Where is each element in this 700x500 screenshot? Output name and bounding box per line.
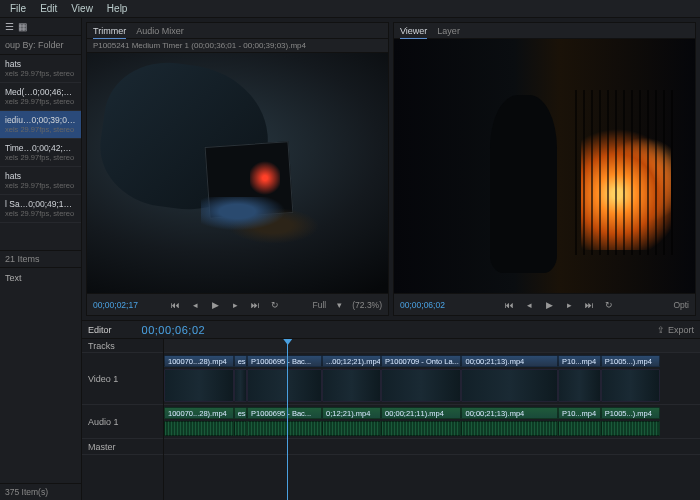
next-frame-icon[interactable]: ▸ <box>562 298 576 312</box>
tab-trimmer[interactable]: Trimmer <box>93 26 126 39</box>
export-label: Export <box>668 325 694 335</box>
clip-waveform[interactable] <box>234 421 247 436</box>
skip-fwd-icon[interactable]: ⏭ <box>582 298 596 312</box>
play-icon[interactable]: ▶ <box>542 298 556 312</box>
export-button[interactable]: ⇪ Export <box>657 325 694 335</box>
media-item-name: hats <box>5 171 76 181</box>
timeline-clip[interactable]: 00;00;21;13).mp4 <box>461 355 557 367</box>
clip-thumbnail[interactable] <box>558 369 601 402</box>
media-count: 21 Items <box>0 250 81 267</box>
media-item[interactable]: hatsxels 29.97fps, stereo at 48000Hz <box>0 167 81 195</box>
timeline-clip[interactable]: P10...mp4 <box>558 355 601 367</box>
clip-thumbnail[interactable] <box>164 369 234 402</box>
timeline-clip[interactable]: ...00;12;21).mp4 <box>322 355 381 367</box>
menu-bar: File Edit View Help <box>0 0 700 18</box>
clip-waveform[interactable] <box>164 421 234 436</box>
clip-waveform[interactable] <box>601 421 660 436</box>
timeline-clip[interactable]: 100070...28).mp4 <box>164 355 234 367</box>
clip-thumbnail[interactable] <box>381 369 461 402</box>
trimmer-timecode: 00;00;02;17 <box>93 300 138 310</box>
list-view-icon[interactable]: ☰ <box>5 21 14 32</box>
trimmer-preview[interactable] <box>87 53 388 293</box>
timeline-clip[interactable]: P1000709 - Onto La... <box>381 355 461 367</box>
clip-waveform[interactable] <box>381 421 461 436</box>
text-panel-header[interactable]: Text <box>0 267 81 288</box>
clip-waveform[interactable] <box>247 421 322 436</box>
clip-thumbnail[interactable] <box>601 369 660 402</box>
timeline[interactable]: 100070...28).mp4esP1000695 - Bac......00… <box>164 339 700 500</box>
footer-item-count: 375 Item(s) <box>0 483 81 500</box>
media-item[interactable]: Med(…0;00;46;02).mp4xels 29.97fps, stere… <box>0 83 81 111</box>
trimmer-panel: Trimmer Audio Mixer P1005241 Medium Time… <box>86 22 389 316</box>
master-track-label[interactable]: Master <box>88 439 116 455</box>
menu-help[interactable]: Help <box>107 3 128 14</box>
media-item-name: Time…0;00;42;08).mp4 <box>5 143 76 153</box>
prev-frame-icon[interactable]: ◂ <box>522 298 536 312</box>
master-track[interactable] <box>164 439 700 455</box>
loop-icon[interactable]: ↻ <box>602 298 616 312</box>
play-icon[interactable]: ▶ <box>208 298 222 312</box>
viewer-preview[interactable] <box>394 39 695 293</box>
media-item[interactable]: iediu…0;00;39;03).mp4xels 29.97fps, ster… <box>0 111 81 139</box>
timeline-clip[interactable]: 00;00;21;11).mp4 <box>381 407 461 419</box>
clip-waveform[interactable] <box>558 421 601 436</box>
skip-back-icon[interactable]: ⏮ <box>502 298 516 312</box>
timeline-clip[interactable]: P10...mp4 <box>558 407 601 419</box>
trimmer-clip-title: P1005241 Medium Timer 1 (00;00;36;01 - 0… <box>87 39 388 53</box>
clip-thumbnail[interactable] <box>322 369 381 402</box>
media-item-name: Med(…0;00;46;02).mp4 <box>5 87 76 97</box>
tab-audio-mixer[interactable]: Audio Mixer <box>136 26 184 36</box>
timeline-clip[interactable]: 00;00;21;13).mp4 <box>461 407 557 419</box>
timeline-clip[interactable]: es <box>234 407 247 419</box>
media-item-name: iediu…0;00;39;03).mp4 <box>5 115 76 125</box>
timeline-ruler[interactable] <box>164 339 700 353</box>
viewer-panel: Viewer Layer 00;00;06;02 ⏮ ◂ ▶ ▸ ⏭ ↻ Opt… <box>393 22 696 316</box>
video-track[interactable]: 100070...28).mp4esP1000695 - Bac......00… <box>164 353 700 405</box>
media-item[interactable]: hatsxels 29.97fps, stereo at 48000Hz <box>0 55 81 83</box>
clip-thumbnail[interactable] <box>247 369 322 402</box>
playhead[interactable] <box>287 339 288 500</box>
prev-frame-icon[interactable]: ◂ <box>188 298 202 312</box>
timeline-clip[interactable]: P1000695 - Bac... <box>247 407 322 419</box>
quality-dropdown[interactable]: Full <box>313 300 327 310</box>
track-headers: Tracks Video 1 Audio 1 Master <box>82 339 164 500</box>
skip-fwd-icon[interactable]: ⏭ <box>248 298 262 312</box>
timeline-clip[interactable]: P1005...).mp4 <box>601 355 660 367</box>
media-sidebar: ☰ ▦ oup By: Folder hatsxels 29.97fps, st… <box>0 18 82 500</box>
menu-edit[interactable]: Edit <box>40 3 57 14</box>
viewer-timecode: 00;00;06;02 <box>400 300 445 310</box>
menu-file[interactable]: File <box>10 3 26 14</box>
timeline-clip[interactable]: P1005...).mp4 <box>601 407 660 419</box>
media-item-meta: xels 29.97fps, stereo at 48000Hz <box>5 69 76 78</box>
dropdown-icon[interactable]: ▾ <box>332 298 346 312</box>
media-item[interactable]: l Sa…0;00;49;13).mp4xels 29.97fps, stere… <box>0 195 81 223</box>
audio-track-label[interactable]: Audio 1 <box>88 414 119 430</box>
trimmer-transport: 00;00;02;17 ⏮ ◂ ▶ ▸ ⏭ ↻ Full ▾ (72.3%) <box>87 293 388 315</box>
viewer-options[interactable]: Opti <box>673 300 689 310</box>
video-track-label[interactable]: Video 1 <box>88 371 118 387</box>
tab-viewer[interactable]: Viewer <box>400 26 427 39</box>
clip-waveform[interactable] <box>322 421 381 436</box>
audio-track[interactable]: 100070...28).mp4esP1000695 - Bac...0;12;… <box>164 405 700 439</box>
media-item-name: l Sa…0;00;49;13).mp4 <box>5 199 76 209</box>
clip-thumbnail[interactable] <box>461 369 557 402</box>
grid-view-icon[interactable]: ▦ <box>18 21 27 32</box>
media-item-meta: xels 29.97fps, stereo at 48000Hz <box>5 153 76 162</box>
timeline-clip[interactable]: es <box>234 355 247 367</box>
skip-back-icon[interactable]: ⏮ <box>168 298 182 312</box>
loop-icon[interactable]: ↻ <box>268 298 282 312</box>
clip-thumbnail[interactable] <box>234 369 247 402</box>
editor-title: Editor <box>88 325 112 335</box>
media-item[interactable]: Time…0;00;42;08).mp4xels 29.97fps, stere… <box>0 139 81 167</box>
viewer-transport: 00;00;06;02 ⏮ ◂ ▶ ▸ ⏭ ↻ Opti <box>394 293 695 315</box>
media-item-meta: xels 29.97fps, stereo at 48000Hz <box>5 181 76 190</box>
group-by-label[interactable]: oup By: Folder <box>0 36 81 55</box>
tab-layer[interactable]: Layer <box>437 26 460 36</box>
next-frame-icon[interactable]: ▸ <box>228 298 242 312</box>
timeline-clip[interactable]: 0;12;21).mp4 <box>322 407 381 419</box>
timeline-clip[interactable]: P1000695 - Bac... <box>247 355 322 367</box>
editor-panel: Editor 00;00;06;02 ⇪ Export Tracks Video… <box>82 320 700 500</box>
clip-waveform[interactable] <box>461 421 557 436</box>
menu-view[interactable]: View <box>71 3 93 14</box>
timeline-clip[interactable]: 100070...28).mp4 <box>164 407 234 419</box>
